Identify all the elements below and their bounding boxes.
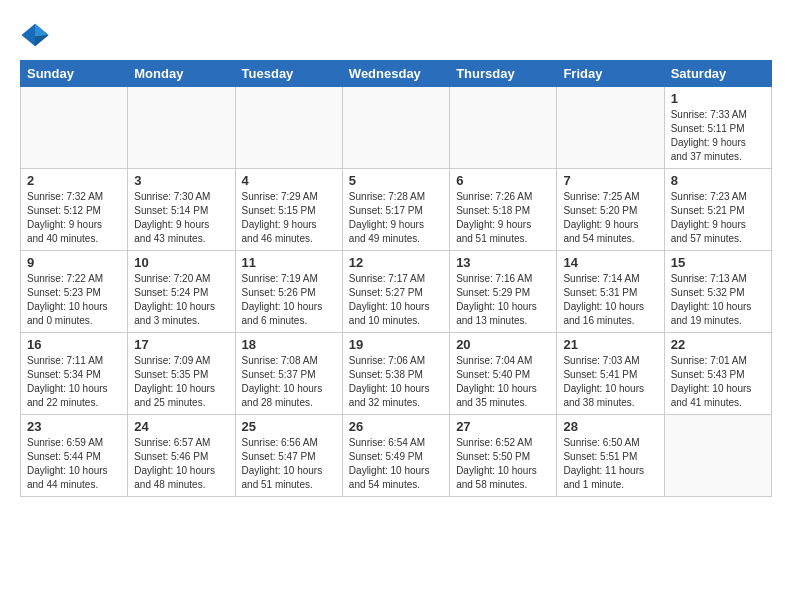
day-number: 8	[671, 173, 765, 188]
calendar-week-4: 16Sunrise: 7:11 AM Sunset: 5:34 PM Dayli…	[21, 333, 772, 415]
calendar-week-5: 23Sunrise: 6:59 AM Sunset: 5:44 PM Dayli…	[21, 415, 772, 497]
logo	[20, 20, 53, 50]
calendar-header-friday: Friday	[557, 61, 664, 87]
calendar-day: 8Sunrise: 7:23 AM Sunset: 5:21 PM Daylig…	[664, 169, 771, 251]
day-info: Sunrise: 7:26 AM Sunset: 5:18 PM Dayligh…	[456, 190, 550, 246]
day-number: 17	[134, 337, 228, 352]
calendar-day: 3Sunrise: 7:30 AM Sunset: 5:14 PM Daylig…	[128, 169, 235, 251]
calendar-day: 22Sunrise: 7:01 AM Sunset: 5:43 PM Dayli…	[664, 333, 771, 415]
calendar-day: 24Sunrise: 6:57 AM Sunset: 5:46 PM Dayli…	[128, 415, 235, 497]
day-info: Sunrise: 7:17 AM Sunset: 5:27 PM Dayligh…	[349, 272, 443, 328]
day-number: 25	[242, 419, 336, 434]
day-number: 3	[134, 173, 228, 188]
calendar-week-2: 2Sunrise: 7:32 AM Sunset: 5:12 PM Daylig…	[21, 169, 772, 251]
calendar-day	[557, 87, 664, 169]
calendar-day: 10Sunrise: 7:20 AM Sunset: 5:24 PM Dayli…	[128, 251, 235, 333]
calendar-day: 13Sunrise: 7:16 AM Sunset: 5:29 PM Dayli…	[450, 251, 557, 333]
calendar-day: 11Sunrise: 7:19 AM Sunset: 5:26 PM Dayli…	[235, 251, 342, 333]
day-number: 19	[349, 337, 443, 352]
day-number: 11	[242, 255, 336, 270]
calendar-day: 21Sunrise: 7:03 AM Sunset: 5:41 PM Dayli…	[557, 333, 664, 415]
day-info: Sunrise: 7:08 AM Sunset: 5:37 PM Dayligh…	[242, 354, 336, 410]
calendar-header-tuesday: Tuesday	[235, 61, 342, 87]
calendar-header-wednesday: Wednesday	[342, 61, 449, 87]
day-info: Sunrise: 7:03 AM Sunset: 5:41 PM Dayligh…	[563, 354, 657, 410]
day-info: Sunrise: 7:22 AM Sunset: 5:23 PM Dayligh…	[27, 272, 121, 328]
calendar-day	[235, 87, 342, 169]
calendar-day: 27Sunrise: 6:52 AM Sunset: 5:50 PM Dayli…	[450, 415, 557, 497]
day-info: Sunrise: 6:56 AM Sunset: 5:47 PM Dayligh…	[242, 436, 336, 492]
calendar-day	[450, 87, 557, 169]
day-info: Sunrise: 7:06 AM Sunset: 5:38 PM Dayligh…	[349, 354, 443, 410]
calendar-header-thursday: Thursday	[450, 61, 557, 87]
day-info: Sunrise: 7:29 AM Sunset: 5:15 PM Dayligh…	[242, 190, 336, 246]
calendar-day: 12Sunrise: 7:17 AM Sunset: 5:27 PM Dayli…	[342, 251, 449, 333]
calendar-day: 7Sunrise: 7:25 AM Sunset: 5:20 PM Daylig…	[557, 169, 664, 251]
day-number: 13	[456, 255, 550, 270]
day-info: Sunrise: 6:50 AM Sunset: 5:51 PM Dayligh…	[563, 436, 657, 492]
calendar-day: 26Sunrise: 6:54 AM Sunset: 5:49 PM Dayli…	[342, 415, 449, 497]
day-info: Sunrise: 7:33 AM Sunset: 5:11 PM Dayligh…	[671, 108, 765, 164]
day-number: 4	[242, 173, 336, 188]
day-number: 5	[349, 173, 443, 188]
day-info: Sunrise: 7:25 AM Sunset: 5:20 PM Dayligh…	[563, 190, 657, 246]
day-number: 16	[27, 337, 121, 352]
day-number: 28	[563, 419, 657, 434]
day-info: Sunrise: 7:28 AM Sunset: 5:17 PM Dayligh…	[349, 190, 443, 246]
day-number: 7	[563, 173, 657, 188]
header	[20, 20, 772, 50]
calendar-header-monday: Monday	[128, 61, 235, 87]
page: SundayMondayTuesdayWednesdayThursdayFrid…	[0, 0, 792, 507]
day-number: 12	[349, 255, 443, 270]
day-info: Sunrise: 7:01 AM Sunset: 5:43 PM Dayligh…	[671, 354, 765, 410]
day-number: 23	[27, 419, 121, 434]
day-number: 18	[242, 337, 336, 352]
svg-marker-1	[35, 24, 49, 37]
day-number: 21	[563, 337, 657, 352]
calendar-day: 6Sunrise: 7:26 AM Sunset: 5:18 PM Daylig…	[450, 169, 557, 251]
calendar-day: 25Sunrise: 6:56 AM Sunset: 5:47 PM Dayli…	[235, 415, 342, 497]
calendar-day: 28Sunrise: 6:50 AM Sunset: 5:51 PM Dayli…	[557, 415, 664, 497]
day-info: Sunrise: 7:30 AM Sunset: 5:14 PM Dayligh…	[134, 190, 228, 246]
day-info: Sunrise: 7:11 AM Sunset: 5:34 PM Dayligh…	[27, 354, 121, 410]
calendar: SundayMondayTuesdayWednesdayThursdayFrid…	[20, 60, 772, 497]
svg-marker-2	[35, 35, 49, 46]
calendar-day	[21, 87, 128, 169]
calendar-header-saturday: Saturday	[664, 61, 771, 87]
calendar-day: 5Sunrise: 7:28 AM Sunset: 5:17 PM Daylig…	[342, 169, 449, 251]
day-info: Sunrise: 7:09 AM Sunset: 5:35 PM Dayligh…	[134, 354, 228, 410]
calendar-day	[128, 87, 235, 169]
day-number: 27	[456, 419, 550, 434]
day-number: 10	[134, 255, 228, 270]
day-info: Sunrise: 7:04 AM Sunset: 5:40 PM Dayligh…	[456, 354, 550, 410]
day-number: 22	[671, 337, 765, 352]
calendar-day: 23Sunrise: 6:59 AM Sunset: 5:44 PM Dayli…	[21, 415, 128, 497]
calendar-day: 4Sunrise: 7:29 AM Sunset: 5:15 PM Daylig…	[235, 169, 342, 251]
calendar-day: 15Sunrise: 7:13 AM Sunset: 5:32 PM Dayli…	[664, 251, 771, 333]
calendar-day: 2Sunrise: 7:32 AM Sunset: 5:12 PM Daylig…	[21, 169, 128, 251]
day-info: Sunrise: 6:54 AM Sunset: 5:49 PM Dayligh…	[349, 436, 443, 492]
calendar-day	[664, 415, 771, 497]
day-number: 20	[456, 337, 550, 352]
calendar-header-sunday: Sunday	[21, 61, 128, 87]
calendar-day: 18Sunrise: 7:08 AM Sunset: 5:37 PM Dayli…	[235, 333, 342, 415]
day-number: 14	[563, 255, 657, 270]
day-info: Sunrise: 6:52 AM Sunset: 5:50 PM Dayligh…	[456, 436, 550, 492]
day-number: 9	[27, 255, 121, 270]
day-info: Sunrise: 7:19 AM Sunset: 5:26 PM Dayligh…	[242, 272, 336, 328]
day-info: Sunrise: 7:23 AM Sunset: 5:21 PM Dayligh…	[671, 190, 765, 246]
day-info: Sunrise: 7:14 AM Sunset: 5:31 PM Dayligh…	[563, 272, 657, 328]
calendar-day	[342, 87, 449, 169]
calendar-day: 19Sunrise: 7:06 AM Sunset: 5:38 PM Dayli…	[342, 333, 449, 415]
day-info: Sunrise: 7:13 AM Sunset: 5:32 PM Dayligh…	[671, 272, 765, 328]
day-number: 15	[671, 255, 765, 270]
day-number: 26	[349, 419, 443, 434]
day-info: Sunrise: 7:20 AM Sunset: 5:24 PM Dayligh…	[134, 272, 228, 328]
day-info: Sunrise: 6:59 AM Sunset: 5:44 PM Dayligh…	[27, 436, 121, 492]
day-number: 1	[671, 91, 765, 106]
calendar-day: 17Sunrise: 7:09 AM Sunset: 5:35 PM Dayli…	[128, 333, 235, 415]
calendar-header-row: SundayMondayTuesdayWednesdayThursdayFrid…	[21, 61, 772, 87]
calendar-day: 16Sunrise: 7:11 AM Sunset: 5:34 PM Dayli…	[21, 333, 128, 415]
day-info: Sunrise: 7:32 AM Sunset: 5:12 PM Dayligh…	[27, 190, 121, 246]
calendar-week-1: 1Sunrise: 7:33 AM Sunset: 5:11 PM Daylig…	[21, 87, 772, 169]
